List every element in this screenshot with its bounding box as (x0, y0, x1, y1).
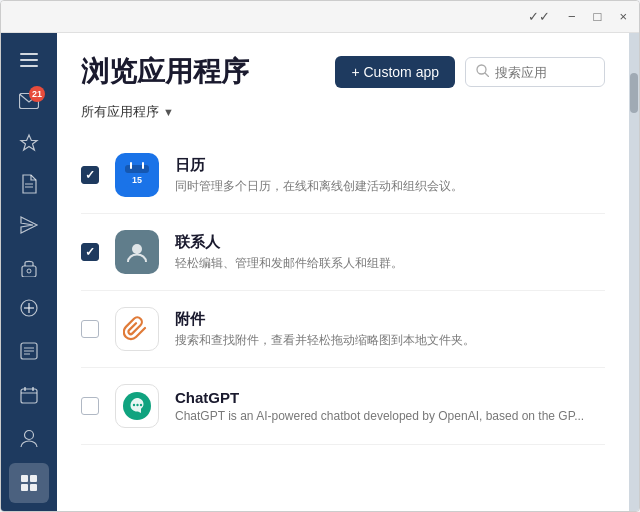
star-icon[interactable] (9, 124, 49, 161)
person-icon[interactable] (9, 419, 49, 459)
close-button[interactable]: × (615, 7, 631, 26)
content-area: 浏览应用程序 + Custom app (57, 33, 629, 511)
lock-icon[interactable] (9, 248, 49, 285)
svg-rect-22 (21, 484, 28, 491)
minimize-button[interactable]: − (564, 7, 580, 26)
mail-badge: 21 (29, 86, 45, 102)
maximize-button[interactable]: □ (590, 7, 606, 26)
app-info-calendar: 日历同时管理多个日历，在线和离线创建活动和组织会议。 (175, 156, 605, 195)
app-desc-calendar: 同时管理多个日历，在线和离线创建活动和组织会议。 (175, 178, 605, 195)
checkbox-chatgpt[interactable] (81, 397, 99, 415)
filter-row: 所有应用程序 ▼ (57, 103, 629, 137)
svg-rect-0 (20, 53, 38, 55)
list-item: 联系人轻松编辑、管理和发邮件给联系人和组群。 (81, 214, 605, 291)
svg-rect-2 (20, 65, 38, 67)
svg-rect-1 (20, 59, 38, 61)
app-desc-contacts: 轻松编辑、管理和发邮件给联系人和组群。 (175, 255, 605, 272)
app-desc-chatgpt: ChatGPT is an AI-powered chatbot develop… (175, 409, 605, 423)
app-icon-contacts (115, 230, 159, 274)
apps-grid-icon[interactable] (9, 463, 49, 503)
svg-rect-20 (21, 475, 28, 482)
svg-point-31 (132, 244, 142, 254)
app-icon-attachments (115, 307, 159, 351)
svg-rect-27 (125, 165, 149, 173)
main-layout: 21 (1, 33, 639, 511)
svg-point-35 (140, 404, 142, 406)
add-icon[interactable] (9, 290, 49, 327)
list-item: 15 日历同时管理多个日历，在线和离线创建活动和组织会议。 (81, 137, 605, 214)
svg-point-19 (25, 431, 34, 440)
svg-rect-15 (21, 389, 37, 403)
titlebar: ✓✓ − □ × (1, 1, 639, 33)
svg-line-25 (485, 73, 489, 77)
mail-icon[interactable]: 21 (9, 82, 49, 119)
svg-point-34 (136, 404, 138, 406)
menu-icon[interactable] (9, 41, 49, 78)
svg-point-7 (27, 269, 31, 273)
app-icon-chatgpt (115, 384, 159, 428)
file-icon[interactable] (9, 165, 49, 202)
double-check-icon: ✓✓ (524, 7, 554, 26)
app-name-attachments: 附件 (175, 310, 605, 329)
page-title: 浏览应用程序 (81, 53, 249, 91)
scroll-thumb[interactable] (630, 73, 638, 113)
svg-text:15: 15 (132, 175, 142, 185)
app-name-contacts: 联系人 (175, 233, 605, 252)
list-item: ChatGPTChatGPT is an AI-powered chatbot … (81, 368, 605, 445)
sidebar: 21 (1, 33, 57, 511)
filter-chevron-icon[interactable]: ▼ (163, 106, 174, 118)
app-info-attachments: 附件搜索和查找附件，查看并轻松拖动缩略图到本地文件夹。 (175, 310, 605, 349)
app-window: ✓✓ − □ × 21 (0, 0, 640, 512)
header-actions: + Custom app (335, 56, 605, 88)
sidebar-calendar-icon[interactable] (9, 375, 49, 415)
svg-rect-23 (30, 484, 37, 491)
svg-point-33 (133, 404, 135, 406)
scrollbar[interactable] (629, 33, 639, 511)
notes-icon[interactable] (9, 331, 49, 371)
app-info-contacts: 联系人轻松编辑、管理和发邮件给联系人和组群。 (175, 233, 605, 272)
search-icon (476, 64, 489, 80)
page-header: 浏览应用程序 + Custom app (57, 33, 629, 103)
search-box[interactable] (465, 57, 605, 87)
checkbox-attachments[interactable] (81, 320, 99, 338)
svg-rect-21 (30, 475, 37, 482)
filter-label[interactable]: 所有应用程序 (81, 103, 159, 121)
app-list: 15 日历同时管理多个日历，在线和离线创建活动和组织会议。 联系人轻松编辑、管理… (57, 137, 629, 511)
checkbox-contacts[interactable] (81, 243, 99, 261)
svg-rect-6 (22, 266, 36, 277)
app-desc-attachments: 搜索和查找附件，查看并轻松拖动缩略图到本地文件夹。 (175, 332, 605, 349)
app-name-calendar: 日历 (175, 156, 605, 175)
app-icon-calendar: 15 (115, 153, 159, 197)
checkbox-calendar[interactable] (81, 166, 99, 184)
send-icon[interactable] (9, 207, 49, 244)
search-input[interactable] (495, 65, 594, 80)
app-info-chatgpt: ChatGPTChatGPT is an AI-powered chatbot … (175, 389, 605, 423)
custom-app-button[interactable]: + Custom app (335, 56, 455, 88)
list-item: 附件搜索和查找附件，查看并轻松拖动缩略图到本地文件夹。 (81, 291, 605, 368)
app-name-chatgpt: ChatGPT (175, 389, 605, 406)
